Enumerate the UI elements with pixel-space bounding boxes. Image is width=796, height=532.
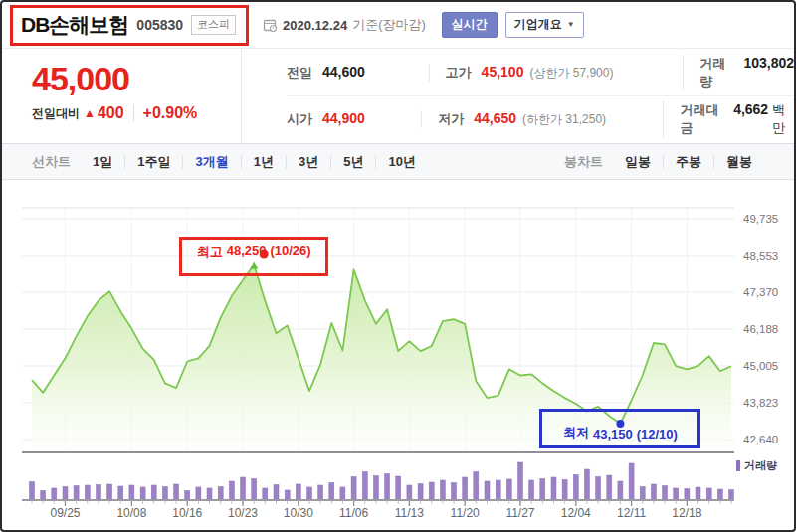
company-overview-label: 기업개요 [514,16,562,33]
svg-text:46,188: 46,188 [743,323,778,335]
summary-cell-전일: 전일44,600 [287,64,429,82]
tab-1주일[interactable]: 1주일 [124,155,182,169]
summary-value: 44,650 [474,110,516,126]
summary-value: 45,100 [482,64,524,80]
svg-text:11/06: 11/06 [339,506,368,520]
summary-value: 44,600 [322,64,365,80]
svg-text:10/23: 10/23 [228,506,258,520]
summary-row: 전일44,600고가45,100(상한가 57,900)거래량103,802 [287,50,794,96]
change-percent: +0.90% [133,104,198,122]
chevron-down-icon: ▼ [567,20,575,29]
price-strip: 45,000 전일대비 ▲ 400 +0.90% 전일44,600고가45,10… [2,48,794,143]
chart-toolbar: 선차트1일1주일3개월1년3년5년10년 봉차트일봉주봉월봉 [2,143,794,180]
volume-legend: 거래량 [736,458,777,473]
calendar-clock-icon [263,18,278,33]
summary-row: 시가44,900저가44,650(하한가 31,250)거래대금4,662백만 [287,96,794,143]
line-chart-tabs: 선차트1일1주일3개월1년3년5년10년 [32,153,428,171]
summary-value: 44,900 [322,110,365,126]
tab-주봉[interactable]: 주봉 [663,155,713,169]
high-annotation: 최고 48,250 (10/26) [179,237,328,276]
summary-unit: 백만 [772,101,794,137]
current-price: 45,000 [32,61,241,97]
summary-label: 저가 [438,110,464,128]
stock-code: 005830 [136,17,183,33]
summary-label: 고가 [446,64,472,82]
reference-date: 2020.12.24 [283,18,347,33]
svg-text:11/20: 11/20 [451,506,480,520]
summary-cell-거래대금: 거래대금4,662백만 [663,101,794,137]
summary-extra: (상한가 57,900) [529,65,613,82]
summary-value: 4,662 [733,101,768,117]
tab-월봉[interactable]: 월봉 [713,155,764,169]
tab-1년[interactable]: 1년 [241,155,286,169]
candle-chart-tabs: 봉차트일봉주봉월봉 [564,153,764,171]
svg-text:49,735: 49,735 [743,213,778,225]
svg-text:10/08: 10/08 [116,506,146,520]
high-value: 48,250 [227,243,267,258]
summary-table: 전일44,600고가45,100(상한가 57,900)거래량103,802시가… [242,49,794,143]
volume-bar-icon [736,460,740,471]
chart-type-label: 봉차트 [564,153,603,171]
tab-1일[interactable]: 1일 [81,155,124,169]
stock-title-box: DB손해보험 005830 코스피 [10,5,249,46]
svg-text:10/30: 10/30 [284,506,313,520]
svg-text:12/11: 12/11 [617,506,646,520]
tab-10년[interactable]: 10년 [375,155,427,169]
svg-text:10/16: 10/16 [172,506,202,520]
summary-label: 시가 [287,110,312,128]
summary-label: 전일 [287,64,312,82]
tab-5년[interactable]: 5년 [330,155,375,169]
svg-text:45,005: 45,005 [743,360,778,372]
company-overview-button[interactable]: 기업개요 ▼ [505,12,584,38]
volume-legend-label: 거래량 [744,458,777,473]
chart-canvas[interactable]: 09/2510/0810/1610/2310/3011/0611/1311/20… [2,192,796,528]
tab-일봉[interactable]: 일봉 [613,155,663,169]
date-group: 2020.12.24 기준(장마감) [263,16,426,34]
svg-text:12/04: 12/04 [561,506,591,520]
chart-type-label: 선차트 [32,153,71,171]
low-annotation: 최저 43,150 (12/10) [539,409,700,448]
svg-text:11/13: 11/13 [395,506,424,520]
change-value: 400 [98,104,124,122]
tab-3개월[interactable]: 3개월 [182,155,240,169]
high-date: (10/26) [270,243,310,258]
summary-label: 거래량 [699,55,733,90]
up-triangle-icon: ▲ [84,106,96,120]
stock-detail-page: DB손해보험 005830 코스피 2020.12.24 기준(장마감) 실시간… [0,0,796,532]
realtime-button[interactable]: 실시간 [442,12,498,38]
summary-extra: (하한가 31,250) [522,111,606,128]
change-label: 전일대비 [32,105,80,122]
svg-text:43,823: 43,823 [743,397,778,409]
summary-cell-거래량: 거래량103,802 [683,55,794,90]
summary-cell-저가: 저가44,650(하한가 31,250) [421,110,663,128]
svg-text:47,370: 47,370 [743,286,778,298]
low-label: 최저 [563,424,589,442]
high-label: 최고 [197,243,223,261]
svg-text:09/25: 09/25 [50,506,80,520]
market-badge: 코스피 [191,15,236,35]
price-change-line: 전일대비 ▲ 400 +0.90% [32,104,241,122]
header: DB손해보험 005830 코스피 2020.12.24 기준(장마감) 실시간… [2,2,794,48]
current-price-block: 45,000 전일대비 ▲ 400 +0.90% [2,49,242,143]
svg-text:11/27: 11/27 [505,506,534,520]
stock-name: DB손해보험 [21,11,128,39]
low-value: 43,150 [593,427,633,442]
summary-label: 거래대금 [680,101,723,137]
reference-date-suffix: 기준(장마감) [352,16,426,34]
svg-text:12/18: 12/18 [672,506,701,520]
low-date: (12/10) [637,427,678,442]
summary-value: 103,802 [743,55,794,71]
tab-3년[interactable]: 3년 [286,155,330,169]
svg-text:42,640: 42,640 [743,434,778,445]
price-chart[interactable]: 09/2510/0810/1610/2310/3011/0611/1311/20… [2,192,794,528]
summary-cell-고가: 고가45,100(상한가 57,900) [429,64,684,82]
svg-text:48,553: 48,553 [743,250,778,262]
summary-cell-시가: 시가44,900 [287,110,421,128]
